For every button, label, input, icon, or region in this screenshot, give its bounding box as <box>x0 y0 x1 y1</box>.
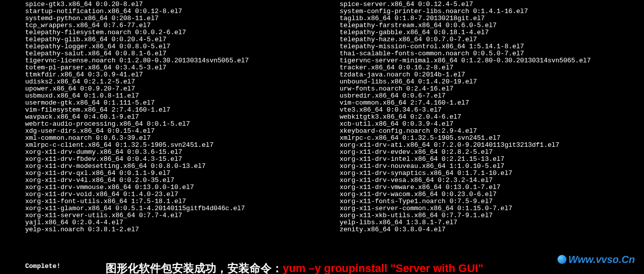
package-line: telepathy-filesystem.noarch 0:0.0.2-6.el… <box>25 29 330 36</box>
watermark: Www.vvso.Cn <box>557 255 635 264</box>
package-line: xorg-x11-drv-dummy.x86_64 0:0.3.6-15.el7 <box>25 149 330 156</box>
package-line: xmlrpc-c-client.x86_64 0:1.32.5-1905.svn… <box>25 142 330 149</box>
package-line: yelp-libs.x86_64 1:3.8.1-7.el7 <box>340 219 644 226</box>
package-line: xcb-util.x86_64 0:0.3.9-4.el7 <box>340 121 644 128</box>
package-line: xorg-x11-drv-modesetting.x86_64 0:0.8.0-… <box>25 163 330 170</box>
package-line: telepathy-mission-control.x86_64 1:5.14.… <box>340 43 644 50</box>
package-line: xorg-x11-drv-vmmouse.x86_64 0:13.0.0-10.… <box>25 184 330 191</box>
package-line: vim-filesystem.x86_64 2:7.4.160-1.el7 <box>25 107 330 114</box>
package-line: xorg-x11-drv-v4l.x86_64 0:0.2.0-35.el7 <box>25 177 330 184</box>
package-line: xorg-x11-drv-qxl.x86_64 0:0.1.1-9.el7 <box>25 170 330 177</box>
package-line: telepathy-farstream.x86_64 0:0.6.0-5.el7 <box>340 22 644 29</box>
package-line: xorg-x11-fonts-Type1.noarch 0:7.5-9.el7 <box>340 198 644 205</box>
package-line: telepathy-gabble.x86_64 0:0.18.1-4.el7 <box>340 29 644 36</box>
package-line: vte3.x86_64 0:0.34.6-3.el7 <box>340 107 644 114</box>
package-line: xorg-x11-drv-evdev.x86_64 0:2.8.2-5.el7 <box>340 149 644 156</box>
package-line: yelp-xsl.noarch 0:3.8.1-2.el7 <box>25 226 330 233</box>
package-line: upower.x86_64 0:0.9.20-7.el7 <box>25 85 330 93</box>
package-line: tracker.x86_64 0:0.16.2-8.el7 <box>340 64 644 71</box>
package-line: xorg-x11-drv-wacom.x86_64 0:0.23.0-6.el7 <box>340 191 644 198</box>
package-line: vim-common.x86_64 2:7.4.160-1.el7 <box>340 100 644 107</box>
package-line: tigervnc-license.noarch 0:1.2.80-0.30.20… <box>25 57 330 64</box>
package-line: unbound-libs.x86_64 0:1.4.20-19.el7 <box>340 78 644 85</box>
package-line: ttmkfdir.x86_64 0:3.0.9-41.el7 <box>25 71 330 78</box>
package-line: totem-pl-parser.x86_64 0:3.4.5-3.el7 <box>25 64 330 71</box>
caption-command: yum –y groupinstall "Server with GUI" <box>283 262 484 274</box>
package-line: tzdata-java.noarch 0:2014b-1.el7 <box>340 71 644 78</box>
package-line: yajl.x86_64 0:2.0.4-4.el7 <box>25 219 330 226</box>
package-line: xorg-x11-server-common.x86_64 0:1.15.0-7… <box>340 205 644 212</box>
package-line: startup-notification.x86_64 0:0.12-8.el7 <box>25 8 330 15</box>
package-line: udisks2.x86_64 0:2.1.2-5.el7 <box>25 78 330 85</box>
package-line: xorg-x11-drv-vmware.x86_64 0:13.0.1-7.el… <box>340 184 644 191</box>
package-line: wavpack.x86_64 0:4.60.1-9.el7 <box>25 114 330 121</box>
package-line: system-config-printer-libs.noarch 0:1.4.… <box>340 8 644 15</box>
package-line: usbredir.x86_64 0:0.6-7.el7 <box>340 93 644 100</box>
package-line: xorg-x11-drv-intel.x86_64 0:2.21.15-13.e… <box>340 156 644 163</box>
package-line: taglib.x86_64 0:1.8-7.20130218git.el7 <box>340 15 644 22</box>
package-line: xorg-x11-glamor.x86_64 0:0.5.1-4.2014011… <box>25 205 330 212</box>
package-line: tigervnc-server-minimal.x86_64 0:1.2.80-… <box>340 57 644 64</box>
package-line: tcp_wrappers.x86_64 0:7.6-77.el7 <box>25 22 330 29</box>
terminal-output: spice-gtk3.x86_64 0:0.20-8.el7startup-no… <box>0 0 644 233</box>
package-line: systemd-python.x86_64 0:208-11.el7 <box>25 15 330 22</box>
package-line: xml-common.noarch 0:0.6.3-39.el7 <box>25 135 330 142</box>
package-line: urw-fonts.noarch 0:2.4-16.el7 <box>340 85 644 93</box>
package-line: xorg-x11-drv-nouveau.x86_64 1:1.0.10-5.e… <box>340 163 644 170</box>
package-line: xdg-user-dirs.x86_64 0:0.15-4.el7 <box>25 128 330 135</box>
package-line: xorg-x11-drv-synaptics.x86_64 0:1.7.1-10… <box>340 170 644 177</box>
complete-message: Complete! <box>25 263 60 270</box>
package-line: webrtc-audio-processing.x86_64 0:0.1-5.e… <box>25 121 330 128</box>
package-line: spice-server.x86_64 0:0.12.4-5.el7 <box>340 1 644 8</box>
package-line: webkitgtk3.x86_64 0:2.0.4-6.el7 <box>340 114 644 121</box>
package-line: xkeyboard-config.noarch 0:2.9-4.el7 <box>340 128 644 135</box>
package-line: xorg-x11-drv-ati.x86_64 0:7.2.0-9.201401… <box>340 142 644 149</box>
package-line: telepathy-logger.x86_64 0:0.8.0-5.el7 <box>25 43 330 50</box>
caption-overlay: 图形化软件包安装成功，安装命令：yum –y groupinstall "Ser… <box>106 265 484 272</box>
package-line: telepathy-haze.x86_64 0:0.7.0-7.el7 <box>340 36 644 43</box>
package-line: telepathy-salut.x86_64 0:0.8.1-6.el7 <box>25 50 330 57</box>
package-line: thai-scalable-fonts-common.noarch 0:0.5.… <box>340 50 644 57</box>
package-line: zenity.x86_64 0:3.8.0-4.el7 <box>340 226 644 233</box>
package-column-left: spice-gtk3.x86_64 0:0.20-8.el7startup-no… <box>25 1 330 233</box>
package-line: xorg-x11-font-utils.x86_64 1:7.5-18.1.el… <box>25 198 330 205</box>
package-line: spice-gtk3.x86_64 0:0.20-8.el7 <box>25 1 330 8</box>
package-line: xorg-x11-drv-fbdev.x86_64 0:0.4.3-15.el7 <box>25 156 330 163</box>
package-line: usermode-gtk.x86_64 0:1.111-5.el7 <box>25 100 330 107</box>
package-line: xorg-x11-drv-vesa.x86_64 0:2.3.2-14.el7 <box>340 177 644 184</box>
package-line: telepathy-glib.x86_64 0:0.20.4-5.el7 <box>25 36 330 43</box>
package-line: xorg-x11-server-utils.x86_64 0:7.7-4.el7 <box>25 212 330 219</box>
package-column-right: spice-server.x86_64 0:0.12.4-5.el7system… <box>340 1 644 233</box>
package-line: xorg-x11-drv-void.x86_64 0:1.4.0-23.el7 <box>25 191 330 198</box>
package-line: usbmuxd.x86_64 0:1.0.8-11.el7 <box>25 93 330 100</box>
package-line: xmlrpc-c.x86_64 0:1.32.5-1905.svn2451.el… <box>340 135 644 142</box>
package-line: xorg-x11-xkb-utils.x86_64 0:7.7-9.1.el7 <box>340 212 644 219</box>
caption-prefix: 图形化软件包安装成功，安装命令： <box>106 262 283 274</box>
